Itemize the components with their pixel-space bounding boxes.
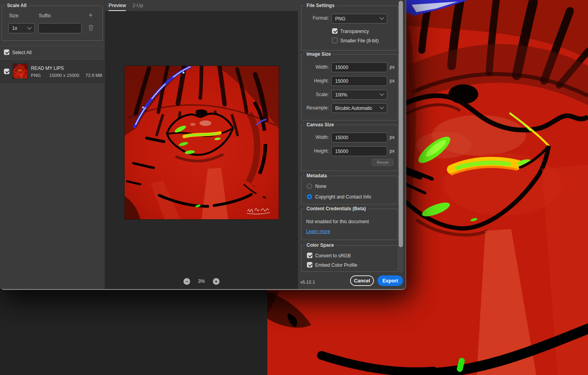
export-file-row[interactable]: READ MY LIPS PNG 15000 x 15000 72.9 MB [0,60,105,83]
convert-srgb-checkbox[interactable] [307,253,312,258]
zoom-out-button[interactable]: − [183,278,190,285]
plus-icon[interactable]: + [89,13,93,18]
metadata-group: Metadata None Copyright and Contact Info [301,176,398,204]
smaller-file-checkbox[interactable] [332,38,338,43]
preview-tab-bar: Preview 2-Up [105,0,298,11]
canvas-width-unit: px [390,135,395,140]
trash-icon[interactable] [88,24,94,31]
content-credentials-group: Content Credentials (Beta) Not enabled f… [301,209,398,240]
resample-label: Resample: [301,105,329,111]
content-credentials-status: Not enabled for this document [306,219,369,224]
canvas-width-input[interactable] [331,133,387,142]
select-all-label: Select All [12,50,31,55]
file-format: PNG [31,73,41,78]
image-height-unit: px [390,78,395,84]
file-settings-title: File Settings [305,3,336,8]
file-settings-group: File Settings Format: PNG Transparency S… [301,5,398,51]
export-as-dialog: Scale All Size: Suffix: + 1x Select All … [0,0,406,290]
scale-size-select[interactable]: 1x [8,23,35,33]
image-size-title: Image Size [305,51,333,57]
tab-preview[interactable]: Preview [109,0,126,11]
divider [0,46,105,46]
canvas-size-title: Canvas Size [305,122,336,127]
image-width-label: Width: [301,64,329,70]
embed-profile-checkbox[interactable] [307,262,312,268]
size-label: Size: [9,13,20,18]
scale-size-value: 1x [12,25,17,31]
canvas-width-label: Width: [301,135,329,140]
cancel-button[interactable]: Cancel [350,275,374,286]
resample-value: Bicubic Automatic [335,106,372,111]
suffix-label: Suffix: [39,13,52,18]
scale-select[interactable]: 100% [331,90,387,100]
smaller-file-label: Smaller File (8-bit) [340,38,379,44]
zoom-in-button[interactable]: + [213,278,220,285]
scrollbar-thumb[interactable] [399,1,403,247]
metadata-none-radio[interactable] [307,184,312,189]
file-size: 72.9 MB [85,73,102,78]
metadata-none-label: None [315,184,327,189]
image-height-input[interactable] [331,76,387,86]
transparency-label: Transparency [340,29,369,34]
image-height-label: Height: [301,78,329,84]
scale-value: 100% [335,92,347,98]
version-label: v5.12.1 [300,280,315,284]
chevron-down-icon [379,105,384,109]
metadata-copyright-label: Copyright and Contact Info [315,194,371,200]
preview-image [125,66,279,219]
reset-button[interactable]: Reset [372,159,393,166]
canvas-height-label: Height: [301,148,329,154]
image-size-group: Image Size Width: px Height: px Scale: 1… [301,54,398,120]
color-space-title: Color Space [305,242,336,248]
chevron-down-icon [379,91,384,96]
scale-all-group: Scale All Size: Suffix: + 1x [2,5,103,41]
file-checkbox[interactable] [4,69,9,74]
convert-srgb-label: Convert to sRGB [315,253,351,258]
metadata-copyright-radio[interactable] [307,194,312,199]
format-select[interactable]: PNG [331,14,387,24]
suffix-input[interactable] [38,23,82,33]
color-space-group: Color Space Convert to sRGB Embed Color … [301,245,398,272]
file-thumbnail [13,64,27,78]
scale-label: Scale: [301,92,329,97]
canvas-size-group: Canvas Size Width: px Height: px Reset [301,125,398,171]
chevron-down-icon [27,25,31,29]
chevron-down-icon [379,15,384,20]
metadata-title: Metadata [305,173,329,178]
format-value: PNG [335,16,345,22]
embed-profile-label: Embed Color Profile [315,262,357,268]
canvas-height-input[interactable] [331,146,387,156]
canvas-height-unit: px [390,148,395,154]
format-label: Format: [301,15,329,21]
zoom-level[interactable]: 3% [198,279,205,284]
learn-more-link[interactable]: Learn more [306,229,330,234]
select-all-checkbox[interactable] [4,49,9,55]
zoom-controls: − 3% + [105,275,298,287]
export-scale-panel: Scale All Size: Suffix: + 1x Select All … [0,0,105,289]
file-name: READ MY LIPS [31,66,64,71]
image-width-input[interactable] [331,62,387,72]
export-button[interactable]: Export [377,275,403,286]
file-dimensions: 15000 x 15000 [49,73,79,78]
resample-select[interactable]: Bicubic Automatic [331,103,387,113]
scale-all-title: Scale All [5,3,29,8]
content-credentials-title: Content Credentials (Beta) [305,206,368,211]
transparency-checkbox[interactable] [332,28,338,34]
tab-2up[interactable]: 2-Up [132,0,143,11]
image-width-unit: px [390,64,395,70]
